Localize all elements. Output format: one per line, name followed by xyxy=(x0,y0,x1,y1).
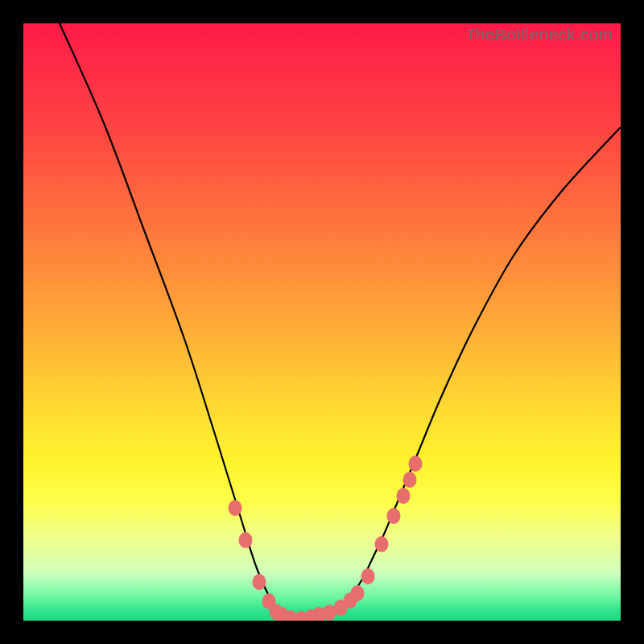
marker-dot xyxy=(361,568,375,584)
marker-dot xyxy=(397,488,411,504)
marker-dot xyxy=(403,472,417,488)
chart-frame: TheBottleneck.com xyxy=(0,0,644,644)
chart-svg xyxy=(23,23,621,621)
marker-dot xyxy=(387,508,401,524)
marker-dot xyxy=(351,585,365,601)
marker-dot xyxy=(375,536,389,552)
marker-dot xyxy=(239,532,253,548)
marker-dot xyxy=(409,456,423,472)
bottleneck-curve xyxy=(60,23,620,621)
marker-dot xyxy=(229,500,242,516)
scatter-dots xyxy=(229,456,423,621)
marker-dot xyxy=(253,574,266,590)
plot-area: TheBottleneck.com xyxy=(23,23,621,621)
